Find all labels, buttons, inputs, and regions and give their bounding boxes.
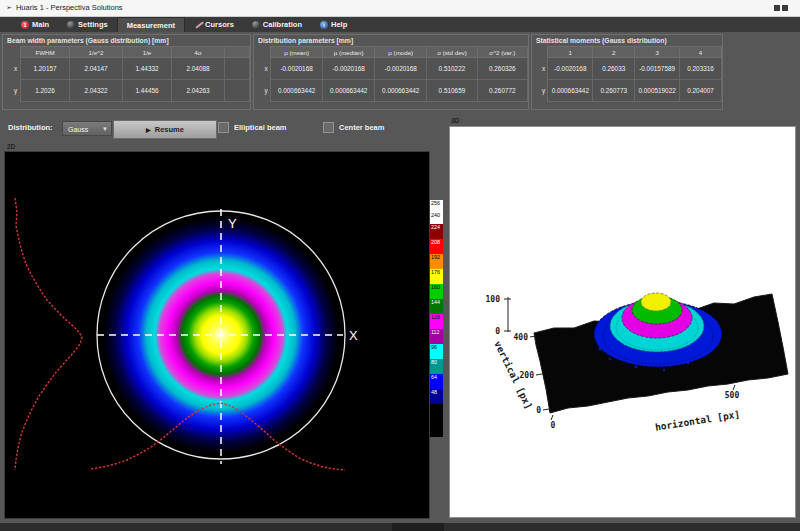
tab-bar: 1 Main Settings Measurement Cursors Cali…: [0, 17, 800, 32]
col-header: σ^2 (var.): [477, 47, 527, 58]
cell: -0.0020168: [548, 58, 593, 80]
settings-icon: [67, 21, 75, 29]
col-header: 4: [680, 47, 722, 58]
main-icon: 1: [21, 21, 29, 29]
cell: 2.04263: [172, 80, 225, 102]
z-axis: 100 0: [486, 295, 511, 336]
plot3d-title: 3D: [451, 117, 459, 124]
center-beam-checkbox-row: Center beam: [323, 122, 384, 133]
tab-label: Measurement: [127, 21, 175, 30]
table-row: y 1.2026 2.04322 1.44456 2.04263: [11, 80, 250, 102]
col-header: FWHM: [21, 47, 70, 58]
h-tick-500: 500: [725, 391, 740, 400]
h-tick-0: 0: [551, 421, 556, 430]
colorbar-segment: 192: [430, 254, 443, 269]
corner-cell: [262, 47, 271, 58]
colorbar-segment: 64: [430, 374, 443, 389]
beam-3d-plot: 100 0 400 200 0 vertical [px] 0 500 hori…: [450, 127, 795, 517]
cell: 0.510659: [427, 80, 477, 102]
table-row: x 1.20157 2.04147 1.44332 2.04088: [11, 58, 250, 80]
play-icon: ▶: [146, 126, 151, 133]
cell: 0.000663442: [375, 80, 427, 102]
z-tick-100: 100: [486, 295, 501, 304]
app-icon: ➣: [6, 0, 12, 16]
y-profile-curve: [15, 198, 82, 470]
chevron-down-icon[interactable]: ▼: [102, 122, 108, 137]
plot2d-title: 2D: [7, 143, 15, 150]
distribution-combobox[interactable]: Gauss ▼: [62, 121, 112, 136]
tab-settings[interactable]: Settings: [58, 17, 117, 32]
beam-width-table: FWHM 1/e^2 1/e 4σ x 1.20157 2.04147 1.44…: [11, 46, 250, 102]
colorbar: 25624022420819217616014412811296806448: [430, 200, 443, 437]
table-row: x -0.0020168 0.26033 -0.00157589 0.20331…: [540, 58, 722, 80]
colorbar-segment: 256: [430, 200, 443, 212]
cell: 0.26033: [593, 58, 635, 80]
cell: 0.000663442: [271, 80, 323, 102]
corner-cell: [11, 47, 21, 58]
cell: 1.44332: [123, 58, 172, 80]
col-header: 4σ: [172, 47, 225, 58]
tab-calibration[interactable]: Calibration: [243, 17, 311, 32]
statistical-moments-panel: Statistical moments (Gauss distribution)…: [531, 34, 723, 110]
row-label: x: [540, 58, 548, 80]
col-header: 1/e^2: [70, 47, 123, 58]
tab-main[interactable]: 1 Main: [12, 17, 58, 32]
colorbar-segment: 80: [430, 359, 443, 374]
colorbar-segment: 176: [430, 269, 443, 284]
col-header: µ (median): [323, 47, 375, 58]
resume-button[interactable]: ▶ Resume: [113, 120, 217, 139]
help-icon: i: [320, 21, 328, 29]
table-row: y 0.000663442 0.000663442 0.000663442 0.…: [262, 80, 528, 102]
elliptical-beam-label[interactable]: Elliptical beam: [234, 123, 287, 132]
tab-cursors[interactable]: Cursors: [185, 17, 243, 32]
x-axis-label: X: [349, 328, 358, 343]
col-header: 1: [548, 47, 593, 58]
cell: 0.260326: [477, 58, 527, 80]
tab-measurement[interactable]: Measurement: [117, 17, 185, 32]
cell: 0.203316: [680, 58, 722, 80]
tab-label: Main: [32, 20, 49, 29]
colorbar-segment: 224: [430, 224, 443, 239]
beam-2d-plot: Y X: [5, 152, 429, 518]
window-button-icon[interactable]: [774, 5, 780, 11]
colorbar-segment: 112: [430, 329, 443, 344]
elliptical-beam-checkbox[interactable]: [218, 122, 229, 133]
tab-label: Calibration: [263, 20, 302, 29]
row-label: y: [540, 80, 548, 102]
z-tick-0: 0: [495, 327, 500, 336]
cell: 0.000663442: [323, 80, 375, 102]
cell: -0.0020168: [375, 58, 427, 80]
cell: 1.20157: [21, 58, 70, 80]
col-header: 2: [593, 47, 635, 58]
colorbar-segment: 240: [430, 212, 443, 224]
center-beam-checkbox[interactable]: [323, 122, 334, 133]
distribution-label: Distribution:: [8, 123, 53, 132]
distribution-params-table: µ (mean) µ (median) µ (mode) σ (std dev)…: [262, 46, 528, 102]
col-header: 3: [635, 47, 680, 58]
tab-label: Settings: [78, 20, 108, 29]
cell: 0.510222: [427, 58, 477, 80]
corner-cell: [540, 47, 548, 58]
statistical-moments-table: 1 2 3 4 x -0.0020168 0.26033 -0.00157589…: [540, 46, 722, 102]
cell: [225, 80, 250, 102]
table-row: y 0.000663442 0.260773 0.000519022 0.204…: [540, 80, 722, 102]
window-buttons-icon[interactable]: [774, 5, 788, 11]
panel-title: Distribution parameters [mm]: [254, 35, 528, 46]
window-button-icon[interactable]: [782, 5, 788, 11]
cell: -0.00157589: [635, 58, 680, 80]
tab-help[interactable]: i Help: [311, 17, 356, 32]
cell: 2.04088: [172, 58, 225, 80]
colorbar-segment: [430, 404, 443, 437]
colorbar-segment: 96: [430, 344, 443, 359]
cell: 0.000519022: [635, 80, 680, 102]
col-header: µ (mode): [375, 47, 427, 58]
calibration-icon: [252, 21, 260, 29]
center-beam-label[interactable]: Center beam: [339, 123, 384, 132]
v-tick-400: 400: [514, 333, 529, 342]
resume-button-label: Resume: [155, 125, 184, 134]
v-tick-0: 0: [536, 406, 541, 415]
col-header: 1/e: [123, 47, 172, 58]
taskbar[interactable]: [0, 523, 800, 531]
y-axis-label: Y: [228, 216, 237, 231]
horizontal-axis-label: horizontal [px]: [654, 408, 740, 432]
